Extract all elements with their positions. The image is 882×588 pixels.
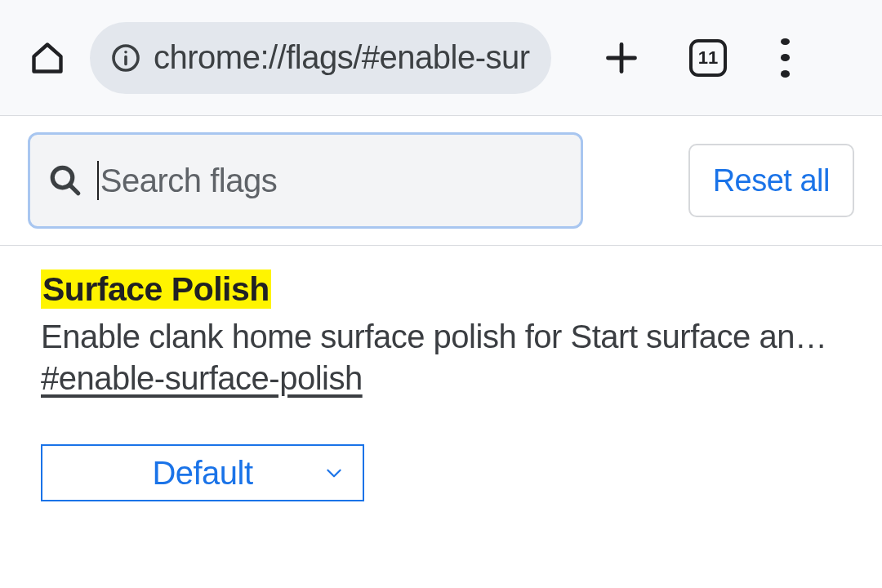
reset-all-button[interactable]: Reset all — [688, 144, 854, 217]
flag-description: Enable clank home surface polish for Sta… — [41, 318, 841, 355]
search-row: Reset all — [0, 116, 882, 246]
flag-state-select[interactable]: Default — [41, 444, 364, 501]
more-vert-icon — [781, 54, 790, 61]
home-icon — [29, 40, 65, 76]
flag-anchor-link[interactable]: #enable-surface-polish — [41, 360, 841, 397]
text-cursor — [97, 161, 99, 200]
flag-entry: Surface Polish Enable clank home surface… — [0, 246, 882, 518]
tab-switcher-button[interactable]: 11 — [688, 38, 728, 78]
search-icon — [48, 163, 82, 198]
browser-toolbar: chrome://flags/#enable-sur 11 — [0, 0, 882, 116]
flag-state-value: Default — [152, 455, 252, 492]
plus-icon — [604, 40, 639, 76]
tab-count-badge: 11 — [689, 39, 727, 77]
flag-title: Surface Polish — [41, 270, 271, 309]
home-button[interactable] — [28, 38, 67, 78]
address-bar[interactable]: chrome://flags/#enable-sur — [90, 22, 551, 94]
overflow-menu-button[interactable] — [765, 38, 804, 78]
more-vert-icon — [781, 38, 790, 46]
chevron-down-icon — [323, 462, 345, 483]
search-flags-box[interactable] — [28, 132, 583, 229]
more-vert-icon — [781, 70, 790, 78]
url-text: chrome://flags/#enable-sur — [154, 39, 530, 76]
new-tab-button[interactable] — [602, 38, 641, 78]
svg-line-6 — [70, 185, 78, 194]
flag-title-row: Surface Polish — [41, 270, 841, 309]
search-flags-input[interactable] — [100, 163, 563, 199]
site-info-icon — [111, 43, 140, 73]
